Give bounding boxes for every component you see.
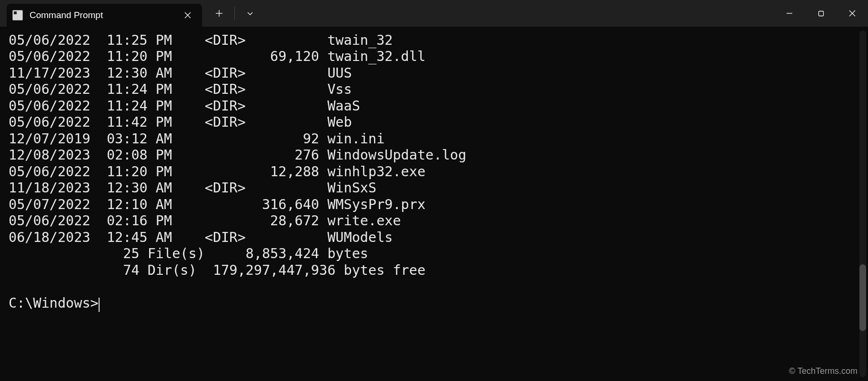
cmd-icon — [12, 10, 23, 20]
watermark: © TechTerms.com — [789, 366, 858, 376]
scrollbar-thumb[interactable] — [859, 264, 866, 331]
minimize-button[interactable] — [774, 0, 805, 27]
window-controls — [774, 0, 868, 27]
terminal-output[interactable]: 05/06/2022 11:25 PM <DIR> twain_32 05/06… — [0, 27, 868, 311]
svg-rect-5 — [818, 11, 823, 16]
maximize-button[interactable] — [805, 0, 837, 27]
cursor — [99, 298, 100, 312]
new-tab-button[interactable] — [206, 0, 232, 27]
tab-title: Command Prompt — [30, 10, 181, 20]
separator — [234, 7, 235, 20]
close-tab-button[interactable] — [181, 9, 194, 22]
close-window-button[interactable] — [837, 0, 868, 27]
prompt[interactable]: C:\Windows> — [9, 295, 99, 311]
tab-actions — [202, 0, 263, 27]
titlebar: Command Prompt — [0, 0, 868, 27]
tab-dropdown-button[interactable] — [237, 0, 263, 27]
active-tab[interactable]: Command Prompt — [7, 4, 202, 27]
